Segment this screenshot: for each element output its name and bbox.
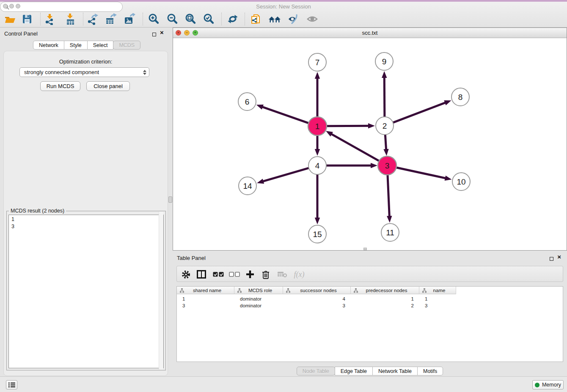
table-cell[interactable]: 3 [283, 302, 351, 309]
edge-3-1[interactable] [331, 134, 379, 161]
network-frame-titlebar[interactable]: scc.txt [173, 28, 567, 38]
frame-resize-grip[interactable] [363, 248, 367, 250]
import-network-icon[interactable] [44, 13, 56, 25]
table-cell[interactable]: 2 [351, 302, 419, 309]
control-panel: Control Panel × NetworkStyleSelectMCDS O… [0, 28, 171, 376]
node-7[interactable]: 7 [308, 53, 326, 71]
first-neighbors-icon[interactable] [268, 13, 281, 25]
tab-style[interactable]: Style [64, 41, 88, 50]
export-image-icon[interactable] [123, 13, 136, 25]
table-panel-float-icon[interactable] [550, 256, 553, 262]
table-settings-gear-icon[interactable] [181, 266, 190, 282]
open-session-icon[interactable] [3, 13, 16, 25]
node-9[interactable]: 9 [375, 52, 393, 70]
toolbar-separator [245, 13, 245, 25]
memory-label: Memory [542, 382, 561, 388]
table-cell[interactable]: 1 [419, 295, 456, 302]
function-builder-icon[interactable]: f(x) [292, 266, 306, 282]
memory-status-icon [535, 383, 539, 387]
node-1[interactable]: 1 [308, 117, 327, 135]
mcds-panel: Optimization criterion: strongly connect… [3, 51, 168, 376]
table-row[interactable]: 1dominator411 [177, 295, 456, 302]
zoom-in-icon[interactable] [147, 13, 160, 25]
network-graph: 7968124314101511 [173, 38, 567, 250]
split-divider-handle[interactable] [168, 196, 172, 203]
node-11[interactable]: 11 [381, 224, 399, 241]
control-panel-close-icon[interactable]: × [160, 30, 164, 35]
tab-network-table[interactable]: Network Table [372, 367, 418, 375]
column-header-MCDS-role[interactable]: MCDS role [234, 287, 283, 294]
criterion-select[interactable]: strongly connected component [19, 67, 149, 77]
edge-arrowhead [445, 176, 452, 181]
node-6[interactable]: 6 [238, 93, 256, 110]
svg-text:2: 2 [383, 121, 387, 130]
select-stepper-icon [143, 70, 146, 75]
node-2[interactable]: 2 [376, 117, 394, 135]
node-10[interactable]: 10 [452, 173, 470, 190]
mcds-result-title: MCDS result (2 nodes) [9, 208, 66, 214]
table-cell[interactable]: dominator [234, 302, 283, 309]
table-panel-close-icon[interactable]: × [557, 254, 561, 259]
network-canvas[interactable]: 7968124314101511 [173, 38, 567, 250]
column-header-successor-nodes[interactable]: successor nodes [283, 287, 351, 294]
export-network-icon[interactable] [86, 13, 99, 25]
show-all-icon[interactable] [306, 13, 319, 25]
result-scrollbar[interactable] [159, 212, 163, 370]
edge-4-14[interactable] [263, 168, 309, 182]
show-columns-icon[interactable] [196, 266, 206, 282]
node-3[interactable]: 3 [378, 156, 396, 175]
import-table-icon[interactable] [64, 13, 77, 25]
column-header-shared-name[interactable]: shared name [177, 287, 234, 294]
control-panel-tabs: NetworkStyleSelectMCDS [33, 41, 140, 50]
network-view-frame: scc.txt 7968124314101511 [173, 28, 567, 251]
table-cell[interactable]: 3 [419, 302, 456, 309]
edge-2-3[interactable] [385, 135, 386, 150]
table-row[interactable]: 3dominator323 [177, 302, 456, 309]
tab-node-table[interactable]: Node Table [297, 367, 335, 375]
table-cell[interactable]: 4 [283, 295, 351, 302]
tab-mcds[interactable]: MCDS [113, 41, 140, 50]
edge-1-6[interactable] [262, 107, 309, 123]
svg-text:6: 6 [245, 97, 250, 106]
table-cell[interactable]: dominator [234, 295, 283, 302]
deselect-all-checkboxes-icon[interactable] [228, 266, 240, 282]
column-header-predecessor-nodes[interactable]: predecessor nodes [351, 287, 419, 294]
table-cell[interactable]: 1 [177, 295, 234, 302]
export-table-icon[interactable] [105, 13, 117, 25]
tab-network[interactable]: Network [33, 41, 64, 50]
clone-network-icon[interactable] [250, 13, 262, 25]
close-panel-button[interactable]: Close panel [86, 81, 130, 91]
zoom-selected-icon[interactable] [202, 13, 215, 25]
table-cell[interactable]: 1 [351, 295, 419, 302]
refresh-icon[interactable] [226, 13, 239, 25]
toolbar-separator [221, 13, 222, 25]
hide-selected-icon[interactable] [287, 13, 300, 25]
tab-edge-table[interactable]: Edge Table [335, 367, 373, 375]
zoom-out-icon[interactable] [166, 13, 179, 25]
delete-table-icon[interactable] [277, 266, 288, 282]
edge-3-10[interactable] [396, 167, 446, 178]
node-14[interactable]: 14 [239, 177, 256, 195]
edge-2-8[interactable] [393, 102, 446, 122]
table-cell[interactable]: 3 [177, 302, 234, 309]
tab-select[interactable]: Select [87, 41, 114, 50]
node-8[interactable]: 8 [451, 88, 469, 106]
edge-2-9[interactable] [384, 77, 385, 117]
save-session-icon[interactable] [21, 13, 33, 25]
edge-arrowhead [315, 218, 320, 224]
edge-3-11[interactable] [388, 174, 389, 217]
control-panel-float-icon[interactable] [152, 31, 156, 38]
delete-columns-trash-icon[interactable] [261, 266, 270, 282]
edge-1-2[interactable] [326, 126, 369, 126]
zoom-fit-icon[interactable] [184, 13, 197, 25]
column-header-name[interactable]: name [419, 287, 456, 294]
memory-button[interactable]: Memory [532, 380, 564, 389]
node-4[interactable]: 4 [308, 157, 326, 174]
select-all-checkboxes-icon[interactable] [212, 266, 224, 282]
add-column-icon[interactable] [245, 266, 255, 282]
node-15[interactable]: 15 [308, 225, 326, 243]
mcds-result-text[interactable]: 1 3 [8, 215, 164, 368]
run-mcds-button[interactable]: Run MCDS [40, 81, 80, 91]
tab-motifs[interactable]: Motifs [417, 367, 443, 375]
status-list-button[interactable] [6, 380, 17, 389]
